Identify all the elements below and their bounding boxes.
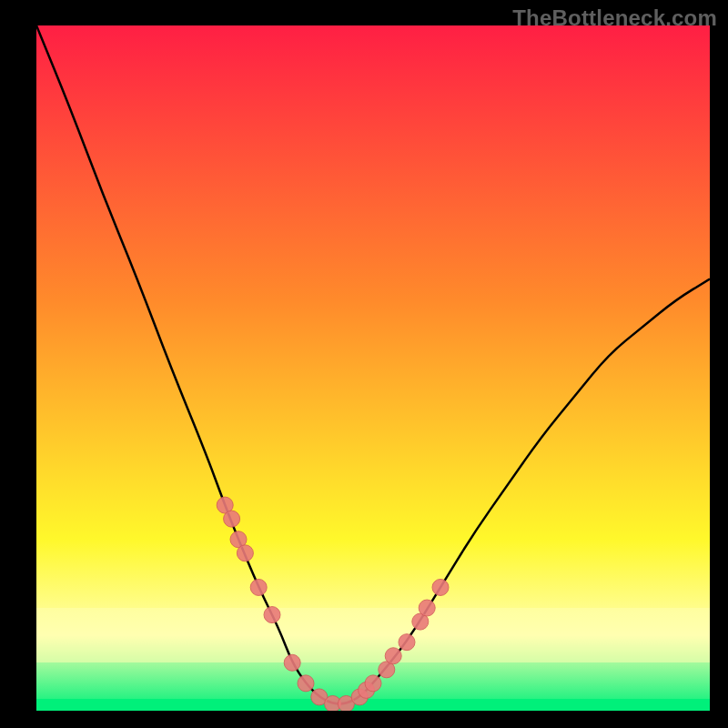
marker-point [399,634,415,651]
marker-point [298,675,314,692]
marker-point [419,600,435,616]
marker-point [264,607,280,623]
highlight-band [36,608,710,662]
marker-point [365,675,381,692]
marker-point [237,545,253,561]
marker-point [432,579,449,595]
green-strip [36,699,710,711]
marker-point [250,579,267,595]
marker-point [224,511,240,527]
chart-stage: TheBottleneck.com [0,0,728,728]
bottleneck-chart [36,25,710,711]
marker-point [284,654,300,671]
marker-point [385,648,401,664]
